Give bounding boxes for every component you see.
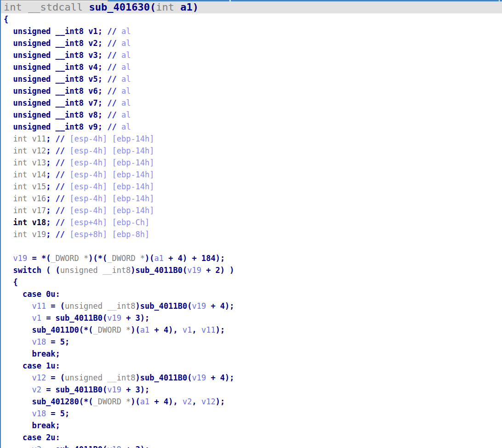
code-line[interactable]: v18 = 5; [1, 336, 502, 348]
code-token: // [107, 122, 116, 131]
code-line[interactable]: unsigned __int8 v4; // al [1, 61, 502, 73]
code-line[interactable]: int v16; // [esp-4h] [ebp-14h] [1, 193, 502, 204]
code-token: )(*( [88, 254, 107, 263]
code-token: + 4), [149, 397, 183, 406]
code-token: a1) [174, 1, 199, 13]
code-token: [esp-4h] [ebp-14h] [65, 206, 154, 215]
code-line[interactable]: { [1, 276, 502, 288]
code-line[interactable]: unsigned __int8 v5; // al [1, 73, 502, 85]
code-line[interactable]: v18 = 5; [1, 408, 502, 420]
code-token: = sub_4011B0( [41, 313, 107, 323]
code-line[interactable]: break; [1, 420, 502, 431]
code-token: int v11 [4, 134, 46, 143]
code-token: , [192, 325, 201, 335]
code-line[interactable]: sub_4011D0(*(_DWORD *)(a1 + 4), v1, v11)… [1, 324, 502, 336]
code-token: unsigned __int8 v9; [4, 122, 107, 131]
code-token: + 4); [206, 373, 234, 382]
code-token: al [117, 27, 131, 36]
code-token: ); [216, 397, 225, 406]
code-token: = 5; [46, 409, 69, 418]
code-token: int v12 [4, 146, 46, 155]
code-line[interactable]: int v13; // [esp-4h] [ebp-14h] [1, 157, 502, 169]
code-token: v19 [4, 254, 27, 263]
code-line[interactable]: int v12; // [esp-4h] [ebp-14h] [1, 145, 502, 157]
code-token: al [117, 51, 131, 60]
code-line[interactable]: unsigned __int8 v9; // al [1, 121, 502, 133]
code-token: v19 [107, 385, 121, 394]
code-token: int [156, 1, 174, 13]
code-line[interactable]: case 2u: [1, 431, 502, 443]
code-token: unsigned __int8 v2; [4, 39, 107, 48]
code-token: al [117, 39, 131, 48]
code-token: ; [46, 146, 55, 155]
code-line[interactable]: break; [1, 348, 502, 360]
code-token: v11 [201, 325, 216, 335]
code-token: ; [46, 218, 55, 227]
code-line[interactable]: unsigned __int8 v3; // al [1, 49, 502, 61]
code-line[interactable]: switch ( (unsigned __int8)sub_4011B0(v19… [1, 264, 502, 276]
code-token: [esp+8h] [ebp-8h] [65, 230, 149, 239]
code-line[interactable]: unsigned __int8 v7; // al [1, 97, 502, 109]
code-token: = 5; [46, 337, 69, 346]
code-token: case 2u: [4, 433, 60, 442]
code-token: unsigned __int8 v4; [4, 62, 107, 72]
code-token: + 3); [121, 313, 149, 323]
code-line[interactable]: v2 = sub_4011B0(v19 + 3); [1, 384, 502, 396]
code-line[interactable]: { [1, 13, 502, 25]
code-line[interactable]: int v14; // [esp-4h] [ebp-14h] [1, 169, 502, 181]
code-token: al [117, 122, 131, 131]
code-line[interactable]: unsigned __int8 v6; // al [1, 85, 502, 97]
code-token: + 4), [149, 325, 183, 335]
code-line[interactable]: int v11; // [esp-4h] [ebp-14h] [1, 133, 502, 145]
code-line[interactable]: case 0u: [1, 288, 502, 300]
code-token: // [56, 146, 65, 155]
code-token: = ( [46, 301, 65, 311]
code-line[interactable]: int v15; // [esp-4h] [ebp-14h] [1, 181, 502, 193]
code-token: )( [145, 254, 154, 263]
code-token: al [117, 98, 131, 108]
code-token: = sub_4011B0( [41, 385, 107, 394]
code-token: _DWORD * [93, 397, 131, 406]
code-token: ; [46, 170, 55, 179]
code-token: + 3); [121, 385, 149, 394]
code-token: [esp-4h] [ebp-14h] [65, 146, 154, 155]
code-line[interactable] [1, 240, 502, 252]
code-token: _DWORD * [107, 254, 145, 263]
code-token: // [107, 27, 116, 36]
code-token: ; [46, 158, 55, 167]
code-token: [esp+4h] [ebp-Ch] [65, 218, 149, 227]
code-token: = *( [27, 254, 51, 263]
code-token: case 1u: [4, 361, 60, 370]
code-token: { [4, 15, 8, 24]
code-line[interactable]: v3 = sub_4011B0(v19 + 3); [1, 443, 502, 448]
pseudocode-text[interactable]: int __stdcall sub_401630(int a1){ unsign… [1, 1, 502, 448]
code-line[interactable]: int v18; // [esp+4h] [ebp-Ch] [1, 216, 502, 228]
code-line[interactable]: int v17; // [esp-4h] [ebp-14h] [1, 204, 502, 216]
function-signature-line[interactable]: int __stdcall sub_401630(int a1) [1, 1, 502, 13]
code-token: // [107, 39, 116, 48]
code-token: unsigned __int8 [65, 373, 136, 382]
code-line[interactable]: case 1u: [1, 360, 502, 372]
code-token: v3 [4, 445, 41, 448]
code-line[interactable]: v1 = sub_4011B0(v19 + 3); [1, 312, 502, 324]
code-line[interactable]: unsigned __int8 v2; // al [1, 37, 502, 49]
code-token: v19 [107, 313, 121, 323]
code-line[interactable]: sub_401280(*(_DWORD *)(a1 + 4), v2, v12)… [1, 396, 502, 408]
code-token: sub_401280(*( [4, 397, 93, 406]
code-line[interactable]: v12 = (unsigned __int8)sub_4011B0(v19 + … [1, 372, 502, 384]
code-token: )( [131, 397, 140, 406]
code-token: // [107, 110, 116, 119]
code-line[interactable]: unsigned __int8 v1; // al [1, 25, 502, 37]
code-line[interactable]: v11 = (unsigned __int8)sub_4011B0(v19 + … [1, 300, 502, 312]
code-line[interactable]: unsigned __int8 v8; // al [1, 109, 502, 121]
code-token: _DWORD * [51, 254, 88, 263]
code-line[interactable]: int v19; // [esp+8h] [ebp-8h] [1, 228, 502, 240]
code-token: int v18 [4, 218, 46, 227]
code-token: int v16 [4, 194, 46, 203]
code-token: )sub_4011B0( [136, 373, 192, 382]
code-token: int __stdcall [4, 1, 89, 13]
code-token: int v19 [4, 230, 46, 239]
code-line[interactable]: v19 = *(_DWORD *)(*(_DWORD *)(a1 + 4) + … [1, 252, 502, 264]
code-token: a1 [140, 397, 149, 406]
code-token: [esp-4h] [ebp-14h] [65, 194, 154, 203]
